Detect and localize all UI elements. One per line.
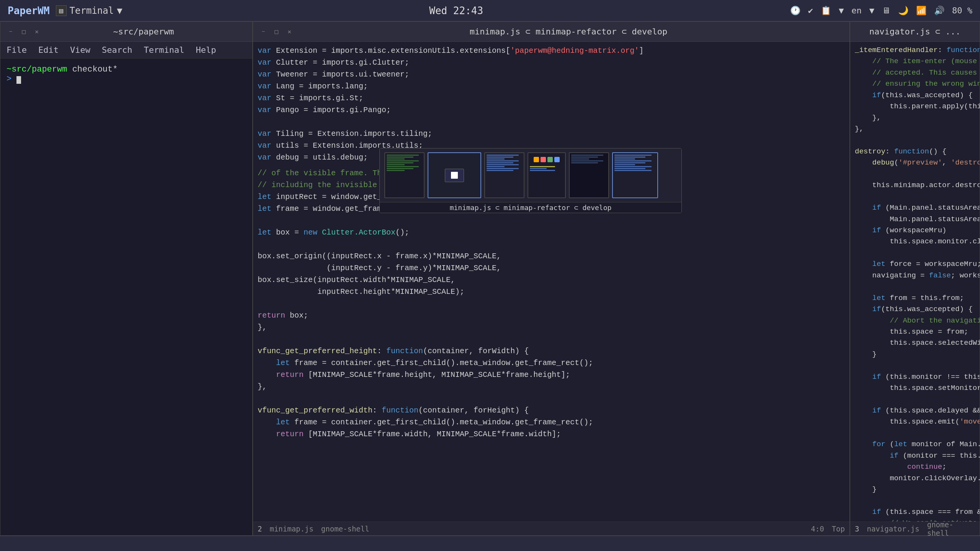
middle-status-bar: 2 minimap.js gnome-shell 4:0 Top bbox=[253, 522, 849, 535]
paperwm-label: PaperWM bbox=[8, 5, 50, 16]
terminal-line2: > bbox=[7, 74, 246, 84]
code-line: inputRect.height*MINIMAP_SCALE); bbox=[253, 286, 849, 298]
thumbnail-overlay: minimap.js ⊂ minimap-refactor ⊂ develop bbox=[379, 148, 682, 213]
mini-line bbox=[530, 168, 547, 169]
thumbnail-4[interactable] bbox=[528, 152, 566, 198]
mini-line bbox=[614, 156, 645, 158]
mini-line bbox=[387, 155, 419, 156]
terminal-app-button[interactable]: ▤ Terminal ▼ bbox=[56, 5, 122, 16]
code-line: if(this.was_accepted) { bbox=[850, 90, 980, 101]
middle-code-bottom[interactable]: // of the visible frame. The input rect … bbox=[253, 164, 849, 522]
menu-help[interactable]: Help bbox=[196, 45, 216, 55]
code-line: var Lang = imports.lang; bbox=[253, 80, 849, 92]
right-status-filename: navigator.js bbox=[867, 525, 919, 533]
check-icon[interactable]: ✔ bbox=[808, 6, 813, 15]
thumbnail-overlay-label: minimap.js ⊂ minimap-refactor ⊂ develop bbox=[380, 202, 681, 213]
thumbnail-6[interactable] bbox=[612, 152, 658, 198]
code-line: return [MINIMAP_SCALE*frame.height, MINI… bbox=[253, 369, 849, 381]
mini-line bbox=[614, 155, 652, 156]
mini-line bbox=[487, 160, 519, 161]
theme-icon[interactable]: 🌙 bbox=[898, 6, 908, 15]
code-line: let box = new Clutter.ActorBox(); bbox=[253, 227, 849, 238]
code-line: let force = workspaceMru; bbox=[850, 259, 980, 270]
thumb-mini-code-4 bbox=[528, 166, 565, 197]
mini-line bbox=[387, 160, 419, 161]
left-menu-bar: File Edit View Search Terminal Help bbox=[0, 42, 252, 59]
close-button[interactable]: ✕ bbox=[33, 28, 41, 36]
code-line: box.set_origin((inputRect.x - frame.x)*M… bbox=[253, 250, 849, 262]
code-line: let frame = container.get_first_child().… bbox=[253, 416, 849, 428]
mini-line bbox=[487, 170, 513, 171]
terminal-content[interactable]: ~src/paperwm checkout* > bbox=[0, 59, 252, 535]
mini-line bbox=[614, 162, 645, 163]
middle-editor-window: － □ ✕ minimap.js ⊂ minimap-refactor ⊂ de… bbox=[253, 21, 850, 536]
battery-label: 80 % bbox=[952, 6, 972, 15]
mini-line bbox=[614, 170, 652, 171]
code-line: } bbox=[850, 484, 980, 495]
terminal-line1: ~src/paperwm checkout* bbox=[7, 65, 246, 74]
code-line: if (monitor === this.space.mon bbox=[850, 450, 980, 461]
right-window-title: navigator.js ⊂ ... bbox=[856, 27, 973, 36]
maximize-button[interactable]: □ bbox=[20, 28, 28, 36]
monitor-icon[interactable]: 🖥 bbox=[882, 6, 890, 15]
status-filename: minimap.js bbox=[270, 525, 313, 533]
mini-line bbox=[571, 156, 598, 158]
menu-file[interactable]: File bbox=[7, 45, 27, 55]
menu-terminal[interactable]: Terminal bbox=[144, 45, 184, 55]
volume-icon[interactable]: 🔊 bbox=[934, 6, 944, 15]
code-line: _itemEnteredHandler: function() { bbox=[850, 45, 980, 56]
thumbnail-2[interactable] bbox=[428, 152, 481, 198]
code-line: destroy: function() { bbox=[850, 146, 980, 157]
thumbnail-3[interactable] bbox=[484, 152, 524, 198]
right-code-content[interactable]: _itemEnteredHandler: function() { // The… bbox=[850, 42, 980, 522]
code-line bbox=[850, 428, 980, 439]
menu-search[interactable]: Search bbox=[102, 45, 132, 55]
code-line: this.minimap.actor.destroy(); bbox=[850, 180, 980, 191]
middle-minimize-button[interactable]: － bbox=[259, 28, 268, 36]
thumbnail-strip bbox=[380, 148, 681, 202]
mini-line bbox=[387, 162, 413, 163]
code-line bbox=[850, 496, 980, 507]
thumbnail-5[interactable] bbox=[569, 152, 609, 198]
mini-line bbox=[387, 166, 419, 167]
mini-line bbox=[487, 158, 505, 160]
middle-maximize-button[interactable]: □ bbox=[272, 28, 281, 36]
taskbar: PaperWM ▤ Terminal ▼ Wed 22:43 🕐 ✔ 📋 ▼ e… bbox=[0, 0, 980, 21]
dropdown-icon1[interactable]: ▼ bbox=[839, 6, 844, 15]
code-line: var Tweener = imports.ui.tweener; bbox=[253, 68, 849, 80]
dropdown-icon2[interactable]: ▼ bbox=[869, 6, 874, 15]
code-line: // accepted. This causes _select_ bbox=[850, 67, 980, 78]
status-tool: gnome-shell bbox=[321, 525, 369, 533]
left-window-titlebar: － □ ✕ ~src/paperwm bbox=[0, 22, 252, 42]
code-line: let from = this.from; bbox=[850, 293, 980, 304]
terminal-dropdown-icon[interactable]: ▼ bbox=[117, 5, 122, 16]
mini-line bbox=[530, 170, 555, 171]
middle-close-button[interactable]: ✕ bbox=[285, 28, 294, 36]
mini-line bbox=[530, 166, 555, 167]
mini-line bbox=[487, 164, 519, 165]
code-line: return [MINIMAP_SCALE*frame.width, MINIM… bbox=[253, 428, 849, 440]
code-line bbox=[253, 333, 849, 345]
code-line: this.space.monitor.clickOverlay bbox=[850, 236, 980, 247]
code-line: // The item-enter (mouse hover) event bbox=[850, 56, 980, 67]
lang-label: en bbox=[851, 6, 862, 15]
thumb-inner-6 bbox=[613, 153, 657, 197]
mini-line bbox=[487, 168, 519, 169]
code-line: this.parent.apply(this, argume bbox=[850, 101, 980, 112]
taskbar-right: 🕐 ✔ 📋 ▼ en ▼ 🖥 🌙 📶 🔊 80 % bbox=[790, 6, 972, 15]
thumbnail-1[interactable] bbox=[384, 152, 425, 198]
code-line: if(this.was_accepted) { bbox=[850, 304, 980, 315]
code-line: return box; bbox=[253, 310, 849, 321]
clipboard-icon[interactable]: 📋 bbox=[821, 6, 831, 15]
middle-code-top[interactable]: var Extension = imports.misc.extensionUt… bbox=[253, 42, 849, 164]
bottom-taskbar bbox=[0, 536, 980, 551]
clock-icon[interactable]: 🕐 bbox=[790, 6, 800, 15]
code-line: Main.panel.statusArea.appMenu. bbox=[850, 214, 980, 225]
mini-line bbox=[571, 155, 603, 156]
minimize-button[interactable]: － bbox=[7, 28, 15, 36]
menu-view[interactable]: View bbox=[70, 45, 90, 55]
wifi-icon[interactable]: 📶 bbox=[916, 6, 926, 15]
menu-edit[interactable]: Edit bbox=[38, 45, 59, 55]
code-line: navigating = false; workspaceMru bbox=[850, 270, 980, 281]
code-line bbox=[253, 215, 849, 227]
